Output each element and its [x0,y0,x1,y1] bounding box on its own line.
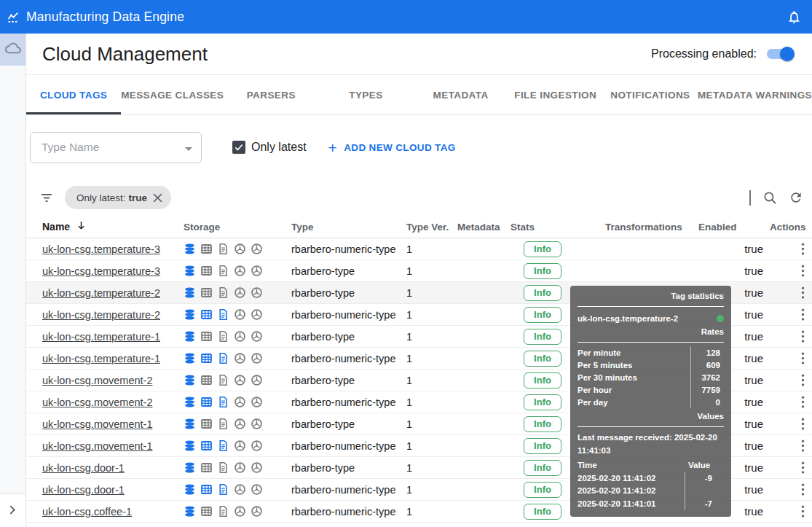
gauge-icon [251,418,263,430]
last-message-received: Last message received: 2025-02-20 11:41:… [578,431,724,457]
tab-metadata[interactable]: METADATA [414,75,508,114]
type-version-cell: 1 [406,243,457,255]
filter-chip-only-latest[interactable]: Only latest: true [65,186,171,209]
info-button[interactable]: Info [524,241,561,257]
info-button[interactable]: Info [524,504,561,520]
line-chart-logo-icon [7,11,20,23]
kebab-menu-icon[interactable] [801,505,812,518]
kebab-menu-icon[interactable] [801,243,812,255]
tag-name-link[interactable]: uk-lon-csg.temperature-1 [42,353,160,364]
info-button[interactable]: Info [524,263,561,279]
tag-name-link[interactable]: uk-lon-csg.temperature-2 [42,309,160,321]
gauge-icon [234,374,246,386]
tab-file-ingestion[interactable]: FILE INGESTION [508,75,603,114]
database-icon [184,483,196,496]
table-storage-icon [200,265,213,277]
app-bar: Manufacturing Data Engine [0,0,812,34]
add-new-cloud-tag-button[interactable]: + ADD NEW CLOUD TAG [328,140,456,155]
tag-name-link[interactable]: uk-lon-csg.coffee-1 [42,506,132,518]
document-storage-icon [217,243,229,255]
tooltip-tag-name: uk-lon-csg.temperature-2 [578,314,717,323]
kebab-menu-icon[interactable] [801,396,812,408]
kebab-menu-icon[interactable] [801,286,812,299]
divider [578,342,724,343]
rate-row: Per day0 [578,396,724,408]
document-storage-icon [217,374,229,386]
tag-name-link[interactable]: uk-lon-csg.movement-1 [42,418,153,430]
tag-name-link[interactable]: uk-lon-csg.temperature-3 [42,265,160,277]
tag-name-link[interactable]: uk-lon-csg.door-1 [42,462,125,474]
info-button[interactable]: Info [524,285,561,301]
type-version-cell: 1 [406,375,457,386]
info-button[interactable]: Info [524,438,561,454]
tag-name-link[interactable]: uk-lon-csg.temperature-3 [42,243,160,255]
column-header-name[interactable]: Name [42,220,184,233]
refresh-icon[interactable] [787,190,805,205]
type-name-select[interactable]: Type Name [30,132,202,163]
tab-notifications[interactable]: NOTIFICATIONS [603,75,698,114]
database-icon [184,418,196,430]
type-cell: rbarbero-numeric-type [291,440,406,452]
info-button[interactable]: Info [524,307,561,323]
tab-message-classes[interactable]: MESSAGE CLASSES [121,75,224,114]
info-button[interactable]: Info [524,394,561,410]
sort-arrow-down-icon [76,220,87,233]
kebab-menu-icon[interactable] [801,374,812,386]
only-latest-checkbox[interactable] [232,141,245,154]
info-button[interactable]: Info [524,416,561,432]
gauge-icon [251,243,263,255]
type-cell: rbarbero-type [291,462,406,474]
tab-parsers[interactable]: PARSERS [224,75,318,114]
tab-metadata-warnings[interactable]: METADATA WARNINGS [698,75,812,114]
info-button[interactable]: Info [524,329,561,345]
tab-types[interactable]: TYPES [318,75,413,114]
tag-name-link[interactable]: uk-lon-csg.temperature-1 [42,331,160,343]
only-latest-checkbox-row[interactable]: Only latest [232,141,307,154]
info-button[interactable]: Info [524,351,561,367]
active-filters-bar: Only latest: true [26,179,812,216]
tag-name-link[interactable]: uk-lon-csg.movement-1 [42,440,153,452]
info-button[interactable]: Info [524,460,561,476]
tag-name-link[interactable]: uk-lon-csg.temperature-2 [42,287,160,299]
table-storage-icon [200,505,213,518]
type-cell: rbarbero-type [291,265,406,277]
column-header-storage: Storage [184,222,291,233]
storage-icons [184,308,291,321]
kebab-menu-icon[interactable] [801,265,812,277]
search-icon[interactable] [761,191,779,205]
kebab-menu-icon[interactable] [801,418,812,430]
gauge-icon [251,374,263,386]
info-button[interactable]: Info [524,372,561,389]
kebab-menu-icon[interactable] [801,483,812,496]
type-version-cell: 1 [406,462,457,474]
kebab-menu-icon[interactable] [801,352,812,364]
tag-name-link[interactable]: uk-lon-csg.movement-2 [42,397,153,408]
filter-list-icon[interactable] [38,191,55,204]
rates-table: Per minute128Per 5 minutes609Per 30 minu… [578,346,724,408]
database-icon [184,505,196,518]
gauge-icon [234,440,246,452]
value-row: 2025-02-20 11:41:02-9 [578,472,724,485]
type-cell: rbarbero-numeric-type [291,243,406,255]
tag-name-link[interactable]: uk-lon-csg.door-1 [42,484,125,496]
kebab-menu-icon[interactable] [801,308,812,321]
storage-icons [184,265,291,277]
rate-row: Per hour7759 [578,383,724,396]
status-dot [717,315,724,322]
tag-name-link[interactable]: uk-lon-csg.movement-2 [42,375,153,386]
bell-icon[interactable] [787,9,802,25]
type-version-cell: 1 [406,484,457,496]
close-icon[interactable] [153,193,162,203]
kebab-menu-icon[interactable] [801,461,812,474]
kebab-menu-icon[interactable] [801,440,812,452]
processing-enabled-toggle[interactable] [767,49,793,59]
type-version-cell: 1 [406,353,457,364]
tab-cloud-tags[interactable]: CLOUD TAGS [26,75,121,114]
info-button[interactable]: Info [524,482,561,498]
expand-rail-chevron-icon[interactable] [9,504,16,518]
type-cell: rbarbero-numeric-type [291,309,406,321]
kebab-menu-icon[interactable] [801,330,812,343]
nav-rail-item-cloud[interactable] [0,34,25,66]
type-cell: rbarbero-numeric-type [291,353,406,364]
column-header-transformations: Transformations [605,222,692,233]
